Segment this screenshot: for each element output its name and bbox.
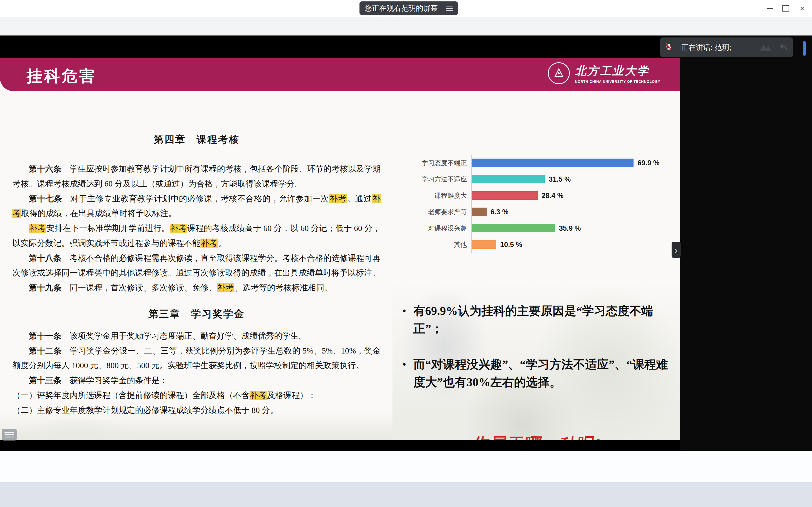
university-logo: 北方工业大学 NORTH CHINA UNIVERSITY OF TECHNOL… <box>548 62 660 84</box>
article-13-item2: （二）主修专业年度教学计划规定的必修课程成绩学分绩点不低于 80 分。 <box>12 403 380 418</box>
chart-track: 6.3 % <box>471 204 677 220</box>
undo-arrow-icon[interactable] <box>777 42 788 53</box>
watermark-icon <box>758 42 774 53</box>
mic-muted-icon <box>665 43 673 52</box>
chart-category-label: 其他 <box>395 240 471 249</box>
chart-bar <box>472 159 633 167</box>
divider <box>677 43 677 52</box>
mic-muted-icon <box>665 43 673 51</box>
chart-row: 其他10.5 % <box>395 236 677 252</box>
sidebar-collapse-handle[interactable]: › <box>672 242 680 258</box>
chart-category-label: 学习方法不适应 <box>395 175 471 184</box>
chart-track: 28.4 % <box>471 187 677 204</box>
chart-value-label: 69.9 % <box>638 159 659 167</box>
article-18: 第十八条 考核不合格的必修课程需再次修读，直至取得该课程学分。考核不合格的选修课… <box>12 251 380 281</box>
university-name-en: NORTH CHINA UNIVERSITY OF TECHNOLOGY <box>575 80 660 83</box>
article-12: 第十二条 学习奖学金分设一、二、三等，获奖比例分别为参评学生总数的 5%、5%、… <box>12 343 380 373</box>
article-13-item1: （一）评奖年度内所选课程（含提前修读的课程）全部及格（不含补考及格课程）； <box>12 388 380 403</box>
chart-category-label: 学习态度不端正 <box>395 159 471 167</box>
summary-bullets: • 有69.9%认为挂科的主要原因是“学习态度不端正”； • 而“对课程没兴趣”… <box>403 302 671 391</box>
speaking-indicator-bar: 正在讲话: 范玥; <box>660 38 793 57</box>
university-name-cn: 北方工业大学 <box>575 63 660 78</box>
chart-bar <box>472 191 538 200</box>
minimize-button[interactable] <box>763 3 777 14</box>
chart-bar <box>472 240 496 249</box>
maximize-button[interactable] <box>779 3 793 14</box>
university-seal-icon <box>548 62 570 84</box>
chart-row: 老师要求严苛6.3 % <box>395 204 677 220</box>
bullet-item: • 有69.9%认为挂科的主要原因是“学习态度不端正”； <box>403 302 671 338</box>
chart-value-label: 31.5 % <box>549 175 571 183</box>
presentation-slide: 挂科危害 北方工业大学 NORTH CHINA UNIVERSITY OF TE… <box>0 58 680 440</box>
sidebar-scrollbar-thumb[interactable] <box>803 41 806 56</box>
chart-row: 课程难度大28.4 % <box>395 187 677 204</box>
watching-screen-label: 您正在观看范玥的屏幕 <box>364 3 438 13</box>
regulation-document: 第四章 课程考核 第十六条 学生应按时参加教育教学计划中所有课程的考核，包括各个… <box>12 134 380 417</box>
chart-value-label: 6.3 % <box>491 208 509 216</box>
pill-divider <box>442 4 442 12</box>
watching-screen-pill[interactable]: 您正在观看范玥的屏幕 <box>359 1 458 15</box>
slide-title: 挂科危害 <box>27 66 96 87</box>
article-19: 第十九条 同一课程，首次修读、多次修读、免修、补考、选考等的考核标准相同。 <box>12 280 380 295</box>
chart-track: 31.5 % <box>471 171 677 187</box>
article-17-cont: 补考安排在下一标准学期开学前进行。补考课程的考核成绩高于 60 分，以 60 分… <box>12 221 380 251</box>
maximize-icon <box>782 5 789 11</box>
fail-reason-bar-chart: 学习态度不端正69.9 %学习方法不适应31.5 %课程难度大28.4 %老师要… <box>395 155 677 252</box>
close-button[interactable]: × <box>795 3 809 14</box>
meeting-status-bar: i 09:09 演讲者视图 <box>0 17 812 36</box>
chart-track: 10.5 % <box>471 236 677 252</box>
menu-icon[interactable] <box>446 4 453 12</box>
bullet-item: • 而“对课程没兴趣”、“学习方法不适应”、“课程难度大”也有30%左右的选择。 <box>403 356 671 391</box>
chapter3-title: 第三章 学习奖学金 <box>12 308 380 320</box>
windows-taskbar: 1 4°C 晴朗 搜索 W <box>0 482 812 507</box>
meeting-toolbar: 解除静音 开启视频 共享屏幕 <box>0 451 812 483</box>
chart-value-label: 28.4 % <box>542 191 564 200</box>
bullet-text: 有69.9%认为挂科的主要原因是“学习态度不端正”； <box>413 302 671 338</box>
article-13: 第十三条 获得学习奖学金的条件是： <box>12 373 380 388</box>
article-17: 第十七条 对于主修专业教育教学计划中的必修课，考核不合格的，允许参加一次补考。通… <box>12 191 380 221</box>
participants-sidebar: 向福川 ◬ 北方工业大学 NORTH CHINA UNIVERSITY OF T… <box>680 36 812 451</box>
title-bar: 您正在观看范玥的屏幕 × <box>0 0 812 17</box>
chart-row: 学习态度不端正69.9 % <box>395 155 677 171</box>
chart-category-label: 对课程没兴趣 <box>395 224 471 233</box>
chart-track: 69.9 % <box>471 155 677 171</box>
chevron-right-icon: › <box>674 244 677 256</box>
bullet-dot: • <box>403 302 406 338</box>
chart-bar <box>472 175 545 183</box>
chart-category-label: 老师要求严苛 <box>395 208 471 216</box>
annotation-toolbar-toggle[interactable] <box>2 429 17 441</box>
article-11: 第十一条 该项奖学金用于奖励学习态度端正、勤奋好学、成绩优秀的学生。 <box>12 328 380 343</box>
chart-bar <box>472 208 487 216</box>
chart-value-label: 10.5 % <box>500 240 522 249</box>
meeting-app-window: 您正在观看范玥的屏幕 × i 09:09 <box>0 0 812 507</box>
chart-row: 对课程没兴趣35.9 % <box>395 220 677 236</box>
bullet-text: 而“对课程没兴趣”、“学习方法不适应”、“课程难度大”也有30%左右的选择。 <box>413 356 671 391</box>
chart-row: 学习方法不适应31.5 % <box>395 171 677 187</box>
chart-bar <box>472 224 555 232</box>
speaking-label: 正在讲话: 范玥; <box>681 43 755 52</box>
article-16: 第十六条 学生应按时参加教育教学计划中所有课程的考核，包括各个阶段、环节的考核以… <box>12 161 380 191</box>
chart-value-label: 35.9 % <box>559 224 581 232</box>
close-icon: × <box>800 4 805 13</box>
chapter4-title: 第四章 课程考核 <box>12 134 380 146</box>
question-banner: 你属于哪一种呢! <box>394 433 680 440</box>
chart-category-label: 课程难度大 <box>395 191 471 200</box>
chart-track: 35.9 % <box>471 220 677 236</box>
minimize-icon <box>767 8 773 9</box>
bullet-dot: • <box>403 356 406 391</box>
shared-screen-region: 挂科危害 北方工业大学 NORTH CHINA UNIVERSITY OF TE… <box>0 36 680 451</box>
